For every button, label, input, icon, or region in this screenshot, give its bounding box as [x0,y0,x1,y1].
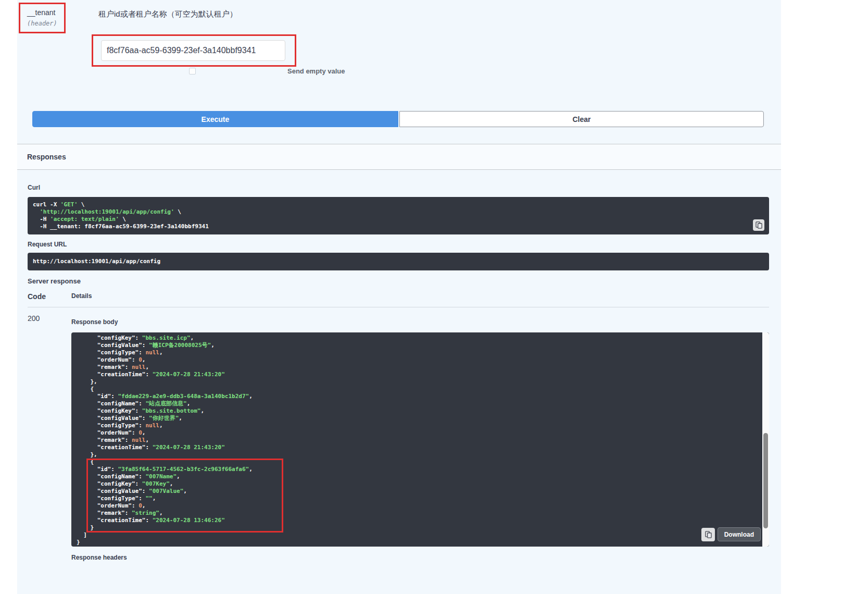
copy-response-button[interactable] [701,528,715,541]
operation-block: __tenant (header) 租户id或者租户名称（可空为默认租户） Se… [17,0,781,594]
curl-label: Curl [28,184,769,191]
parameters-section: __tenant (header) 租户id或者租户名称（可空为默认租户） Se… [17,0,781,75]
responses-title: Responses [27,153,66,161]
responses-table: Code Details 200 Response body "configKe… [28,285,769,561]
parameter-name-column: __tenant (header) [19,3,92,75]
response-row-200: 200 Response body "configKey": "bbs.site… [28,307,769,561]
response-headers-label: Response headers [71,554,769,561]
curl-command-text: curl -X 'GET' \ 'http://localhost:19001/… [33,201,764,230]
parameter-name: __tenant [27,8,57,17]
annotation-highlight-parameter-name: __tenant (header) [19,3,66,33]
parameter-description-column: 租户id或者租户名称（可空为默认租户） Send empty value [92,3,771,75]
parameter-location: (header) [27,20,57,27]
response-body-json: "configKey": "bbs.site.icp", "configValu… [71,332,769,547]
responses-table-header: Code Details [28,285,769,307]
tenant-input[interactable] [101,40,285,61]
response-details-cell: Response body "configKey": "bbs.site.icp… [71,314,769,561]
response-scrollbar-track [762,332,769,547]
responses-section-header: Responses [17,144,781,170]
download-button[interactable]: Download [718,527,761,541]
execute-row: Execute Clear [17,111,781,127]
clear-button[interactable]: Clear [399,111,764,127]
request-url-block: http://localhost:19001/api/app/config [28,253,769,270]
request-url-value: http://localhost:19001/api/app/config [33,258,160,265]
copy-curl-button[interactable] [753,219,764,231]
response-scrollbar-thumb[interactable] [763,433,768,528]
send-empty-value-row: Send empty value [92,67,771,75]
execute-button[interactable]: Execute [32,111,398,127]
send-empty-value-label: Send empty value [287,67,345,75]
response-body-block: "configKey": "bbs.site.icp", "configValu… [71,332,769,547]
response-body-label: Response body [71,318,769,326]
status-code: 200 [28,314,71,561]
parameter-description: 租户id或者租户名称（可空为默认租户） [98,9,771,19]
details-column-header: Details [71,292,769,301]
request-url-label: Request URL [28,241,769,248]
clipboard-icon [705,531,712,538]
clipboard-icon [756,221,762,229]
server-response-label: Server response [28,277,769,285]
curl-command-block: curl -X 'GET' \ 'http://localhost:19001/… [28,197,769,234]
responses-body: Curl curl -X 'GET' \ 'http://localhost:1… [17,170,781,561]
send-empty-value-checkbox[interactable] [189,68,196,75]
code-column-header: Code [28,292,71,301]
annotation-highlight-parameter-input [92,34,296,67]
